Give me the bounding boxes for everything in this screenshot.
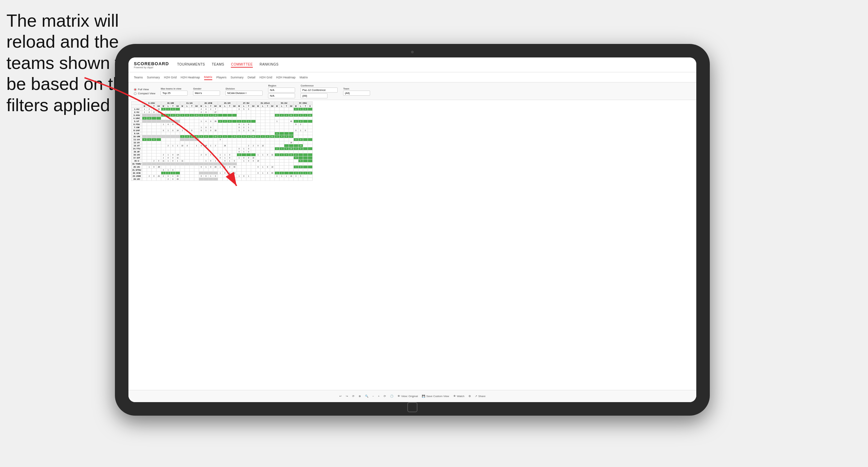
matrix-cell (237, 166, 241, 169)
matrix-cell (251, 166, 256, 169)
toolbar-clock[interactable]: 🕐 (390, 395, 393, 398)
toolbar-view-original[interactable]: 👁 View: Original (397, 395, 418, 398)
matrix-cell (279, 178, 284, 181)
matrix-cell (185, 138, 189, 141)
share-label: Share (478, 395, 485, 398)
gender-select[interactable]: Men's Women's (193, 91, 220, 96)
matrix-cell (279, 166, 284, 169)
h-d1: Dif (156, 105, 161, 108)
matrix-cell: 1 (241, 129, 246, 132)
subnav-h2h-heatmap[interactable]: H2H Heatmap (181, 75, 200, 80)
toolbar-zoom-in[interactable]: + (378, 395, 380, 398)
team-label-15: 16. UO (131, 153, 142, 156)
matrix-cell: 0 (185, 114, 189, 117)
matrix-cell (180, 166, 185, 169)
nav-tournaments[interactable]: TOURNAMENTS (177, 62, 205, 68)
matrix-cell: 1 (289, 135, 293, 138)
matrix-cell: 1 (260, 172, 265, 175)
matrix-cell (147, 123, 151, 126)
matrix-cell (170, 135, 175, 138)
table-row: 2. VU120-122027 (131, 111, 313, 114)
matrix-cell: 0 (199, 175, 203, 178)
matrix-cell (265, 159, 270, 163)
matrix-cell (161, 178, 166, 181)
toolbar-settings[interactable]: ⚙ (468, 395, 471, 398)
compact-view-radio[interactable]: Compact View (134, 92, 155, 95)
matrix-cell (156, 156, 161, 159)
subnav-h2h-heatmap2[interactable]: H2H Heatmap (276, 75, 295, 80)
team-label-2: 3. ASU (131, 114, 142, 117)
full-view-radio[interactable]: Full View (134, 88, 155, 91)
toolbar-add[interactable]: ⊕ (359, 395, 361, 398)
subnav-players[interactable]: Players (216, 75, 226, 80)
team-select[interactable]: (All) (343, 91, 370, 96)
matrix-cell (213, 178, 218, 181)
toolbar-undo[interactable]: ↩ (339, 395, 342, 398)
nav-committee[interactable]: COMMITTEE (231, 62, 253, 68)
matrix-cell (289, 159, 293, 163)
conference-select2[interactable]: (All) (300, 93, 328, 98)
matrix-cell (227, 144, 232, 147)
matrix-cell (246, 178, 251, 181)
matrix-cell (199, 117, 203, 120)
toolbar-zoom-out[interactable]: − (372, 395, 374, 398)
matrix-cell: 0 (241, 156, 246, 159)
subnav-h2h-grid2[interactable]: H2H Grid (260, 75, 272, 80)
matrix-cell: 1 (222, 135, 227, 138)
subnav-matrix2[interactable]: Matrix (299, 75, 308, 80)
matrix-cell (142, 120, 147, 123)
subnav-h2h-grid[interactable]: H2H Grid (164, 75, 177, 80)
toolbar-save-custom[interactable]: 💾 Save Custom View (422, 395, 449, 398)
nav-teams[interactable]: TEAMS (212, 62, 224, 68)
nav-rankings[interactable]: RANKINGS (260, 62, 279, 68)
toolbar-reset[interactable]: ⟳ (384, 395, 386, 398)
subnav-summary[interactable]: Summary (147, 75, 160, 80)
matrix-cell (279, 129, 284, 132)
matrix-cell (284, 126, 289, 129)
subnav-summary2[interactable]: Summary (231, 75, 244, 80)
subnav-matrix[interactable]: Matrix (204, 75, 213, 80)
matrix-cell (189, 175, 194, 178)
matrix-cell: 0 (170, 114, 175, 117)
region-select[interactable]: N/A (268, 88, 295, 93)
max-teams-select[interactable]: Top 25 Top 10 Top 50 (161, 91, 188, 96)
toolbar-watch[interactable]: 👁 Watch (453, 395, 464, 398)
matrix-cell: 3 (265, 172, 270, 175)
matrix-cell: 1 (298, 108, 303, 111)
matrix-cell (185, 159, 189, 163)
subnav-teams[interactable]: Teams (134, 75, 143, 80)
team-label: Team (343, 88, 370, 90)
division-select[interactable]: NCAA Division I NCAA Division II (225, 91, 263, 96)
team-label-22: 23. UNM (131, 175, 142, 178)
matrix-cell (161, 111, 166, 114)
matrix-cell (156, 135, 161, 138)
matrix-cell: 0 (265, 153, 270, 156)
toolbar-refresh[interactable]: ⟳ (352, 395, 355, 398)
matrix-cell: 1 (161, 172, 166, 175)
matrix-cell (175, 172, 180, 175)
toolbar-redo[interactable]: ↪ (346, 395, 348, 398)
matrix-cell (279, 123, 284, 126)
matrix-cell (237, 178, 241, 181)
matrix-cell: 0 (170, 169, 175, 172)
matrix-cell (208, 123, 213, 126)
matrix-scroll[interactable]: 3. ASU 10. UW 11. UA 22. UCB 24. UO 27. … (128, 100, 696, 390)
matrix-cell: 0 (256, 172, 260, 175)
matrix-cell (232, 147, 237, 150)
toolbar-search[interactable]: 🔍 (365, 395, 368, 398)
matrix-cell: 0 (203, 175, 208, 178)
matrix-cell: 7 (213, 108, 218, 111)
conference-select[interactable]: Pac-12 Conference (All) (300, 88, 338, 93)
nav-bar: SCOREBOARD Powered by clippd TOURNAMENTS… (128, 57, 696, 72)
matrix-cell (284, 150, 289, 153)
tablet-home-button[interactable] (407, 402, 417, 412)
region-select2[interactable]: N/A (268, 93, 295, 98)
h-t2: T (170, 105, 175, 108)
toolbar-share[interactable]: ↗ Share (475, 395, 485, 398)
matrix-cell (194, 126, 199, 129)
matrix-cell (189, 117, 194, 120)
subnav-detail[interactable]: Detail (248, 75, 256, 80)
matrix-cell (199, 138, 203, 141)
matrix-cell: 73 (232, 135, 237, 138)
matrix-cell (256, 169, 260, 172)
